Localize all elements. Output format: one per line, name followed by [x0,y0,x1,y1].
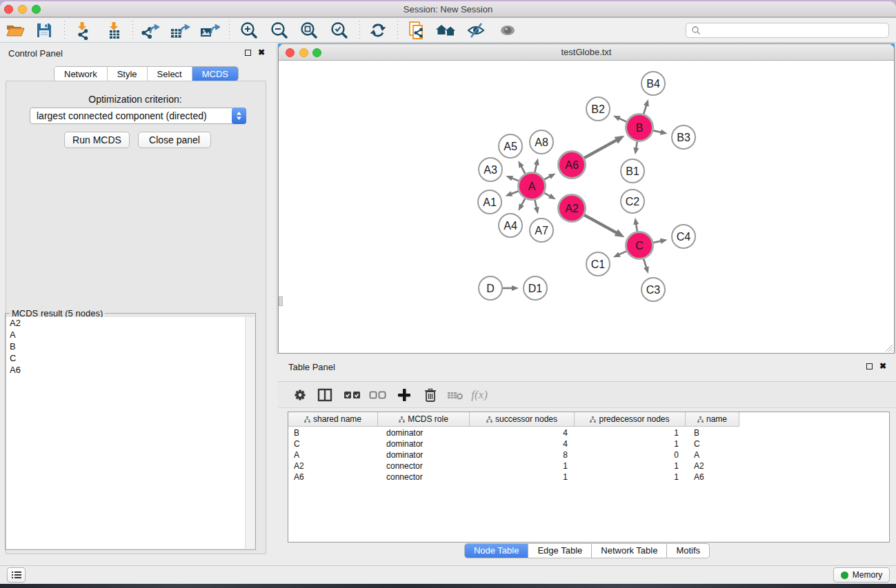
column-header-name[interactable]: name [686,412,739,427]
table-cell[interactable]: dominator [378,427,470,438]
zoom-selected-icon[interactable] [328,20,351,41]
column-header-MCDS-role[interactable]: MCDS role [378,412,470,427]
check-all-icon[interactable] [341,385,364,405]
node-label: D1 [528,283,543,294]
table-cell[interactable]: connector [378,460,470,472]
network-window-controls[interactable] [286,48,321,57]
minimize-window-button[interactable] [18,5,27,14]
edge-A6-B[interactable] [584,140,617,158]
table-cell[interactable]: 1 [470,472,575,483]
home-icon[interactable] [435,20,458,41]
tab-motifs[interactable]: Motifs [667,543,710,558]
table-cell[interactable]: dominator [378,438,470,449]
float-panel-icon[interactable] [245,50,251,56]
node-label: B1 [626,165,639,177]
search-input[interactable] [686,23,889,38]
edge-C-C3[interactable] [644,259,646,269]
dropdown-stepper-icon[interactable] [232,108,246,124]
table-cell[interactable]: 1 [575,472,686,483]
table-cell[interactable]: A2 [686,460,739,472]
mcds-result-item[interactable]: A [6,329,245,341]
run-mcds-button[interactable]: Run MCDS [64,132,130,148]
tab-network[interactable]: Network [54,67,108,81]
memory-status-icon [841,571,848,579]
gear-icon[interactable] [289,385,311,405]
table-cell[interactable]: B [686,427,739,438]
close-panel-button[interactable]: Close panel [138,132,211,148]
column-header-predecessor-nodes[interactable]: predecessor nodes [575,412,686,427]
network-zoom-button[interactable] [312,48,321,57]
table-cell[interactable]: A6 [288,472,378,483]
table-cell[interactable]: A [288,449,378,460]
table-cell[interactable]: 1 [575,438,686,449]
columns-icon[interactable] [314,385,336,405]
table-cell[interactable]: A [686,449,739,460]
tab-style[interactable]: Style [108,67,148,81]
close-window-button[interactable] [4,5,13,14]
table-cell[interactable]: B [288,427,378,438]
optimization-criterion-dropdown[interactable]: largest connected component (directed) [30,108,246,124]
hide-panel-icon[interactable] [465,20,488,41]
table-cell[interactable]: A2 [288,460,378,472]
add-row-icon[interactable] [393,385,415,405]
table-cell[interactable]: 1 [575,427,686,438]
tab-node-table[interactable]: Node Table [464,543,529,558]
table-float-icon[interactable] [866,363,873,369]
zoom-window-button[interactable] [32,5,41,14]
export-network-icon[interactable] [139,20,162,41]
fx-label: f(x) [471,388,488,402]
window-controls[interactable] [4,5,41,14]
column-header-successor-nodes[interactable]: successor nodes [470,412,575,427]
zoom-out-icon[interactable] [268,20,291,41]
zoom-in-icon[interactable] [237,20,261,41]
open-file-icon[interactable] [3,20,27,41]
network-vscroll-thumb[interactable] [279,296,283,306]
table-cell[interactable]: 1 [575,460,686,472]
table-cell[interactable]: 0 [575,449,686,460]
table-cell[interactable]: 4 [470,427,575,438]
table-cell[interactable]: A6 [686,472,739,483]
close-panel-icon[interactable]: ✖ [258,49,265,56]
export-image-icon[interactable] [198,20,221,41]
import-network-icon[interactable] [71,20,94,41]
edge-B-B4[interactable] [644,105,646,114]
clipboard-network-icon[interactable] [405,20,428,41]
node-label: A [528,181,536,192]
memory-button[interactable]: Memory [833,567,890,582]
task-history-button[interactable] [7,567,26,582]
table-cell[interactable]: 1 [470,460,575,472]
network-minimize-button[interactable] [299,48,308,57]
tab-network-table[interactable]: Network Table [592,543,667,558]
mcds-result-item[interactable]: A2 [6,317,245,329]
node-label: B2 [591,103,605,115]
node-table[interactable]: shared name MCDS role successor nodes pr… [288,412,890,543]
resize-grip-icon[interactable] [884,343,893,352]
table-cell[interactable]: 4 [470,438,575,449]
table-close-icon[interactable]: ✖ [879,363,886,369]
table-cell[interactable]: 8 [470,449,575,460]
mcds-result-list[interactable]: A2ABCA6 [6,317,245,549]
table-cell[interactable]: dominator [378,449,470,460]
zoom-fit-icon[interactable] [297,20,321,41]
mcds-result-scrollbar[interactable] [245,317,255,549]
mcds-result-item[interactable]: A6 [6,364,245,376]
tab-select[interactable]: Select [148,67,192,81]
export-table-icon[interactable] [168,20,192,41]
edge-A2-C[interactable] [584,215,617,233]
show-panel-icon[interactable] [496,20,519,41]
uncheck-all-icon[interactable] [367,385,389,405]
mcds-result-item[interactable]: B [6,341,245,352]
network-close-button[interactable] [286,48,295,57]
save-session-icon[interactable] [32,20,56,41]
delete-row-icon[interactable] [419,385,441,405]
refresh-icon[interactable] [366,20,390,41]
tab-mcds[interactable]: MCDS [192,67,238,81]
table-cell[interactable]: C [288,438,378,449]
import-table-icon[interactable] [103,20,126,41]
table-cell[interactable]: C [686,438,739,449]
column-header-shared-name[interactable]: shared name [288,412,378,427]
network-canvas[interactable]: B4B2BB3A5A8A6B1A3AA1C2A2A4A7CC4C1C3DD1 [279,61,894,353]
table-cell[interactable]: connector [378,472,470,483]
mcds-result-item[interactable]: C [6,352,245,364]
tab-edge-table[interactable]: Edge Table [528,543,592,558]
